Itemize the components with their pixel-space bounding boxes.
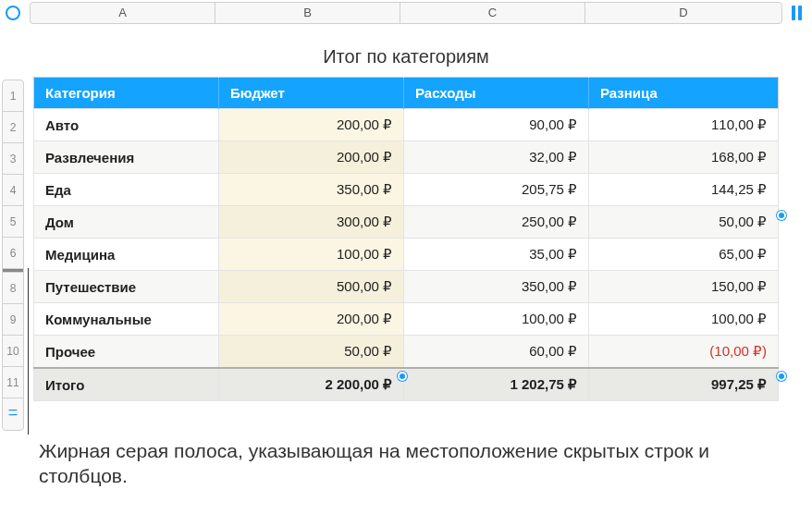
row-headers[interactable]: 1 2 3 4 5 6 8 9 10 11 = [2,80,24,431]
cell-diff[interactable]: (10,00 ₽) [589,336,779,369]
row-header[interactable]: 3 [3,143,23,175]
header-expense[interactable]: Расходы [404,78,589,109]
cell-expense[interactable]: 32,00 ₽ [404,141,589,174]
cell-category[interactable]: Медицина [34,239,219,271]
cell-category[interactable]: Развлечения [34,141,219,174]
cell-total-label[interactable]: Итого [34,368,219,401]
cell-budget[interactable]: 100,00 ₽ [219,239,404,271]
header-category[interactable]: Категория [34,78,219,109]
table-row[interactable]: Авто200,00 ₽90,00 ₽110,00 ₽ [34,109,779,141]
cell-expense[interactable]: 100,00 ₽ [404,303,589,336]
column-header-c[interactable]: C [400,3,585,23]
row-header[interactable]: 1 [3,80,23,112]
cell-category[interactable]: Прочее [34,336,219,369]
table-row[interactable]: Коммунальные200,00 ₽100,00 ₽100,00 ₽ [34,303,779,336]
table-row[interactable]: Прочее50,00 ₽60,00 ₽(10,00 ₽) [34,336,779,369]
table-row[interactable]: Еда350,00 ₽205,75 ₽144,25 ₽ [34,174,779,206]
cell-diff[interactable]: 65,00 ₽ [589,239,779,271]
selection-handle-icon[interactable] [777,372,786,381]
table-row[interactable]: Медицина100,00 ₽35,00 ₽65,00 ₽ [34,239,779,271]
cell-budget[interactable]: 350,00 ₽ [219,174,404,206]
cell-expense[interactable]: 60,00 ₽ [404,336,589,369]
cell-diff[interactable]: 50,00 ₽ [589,206,779,239]
cell-diff[interactable]: 150,00 ₽ [589,271,779,303]
table-row[interactable]: Дом300,00 ₽250,00 ₽50,00 ₽ [34,206,779,239]
cell-expense[interactable]: 250,00 ₽ [404,206,589,239]
selection-handle-icon[interactable] [398,372,407,381]
header-budget[interactable]: Бюджет [219,78,404,109]
pause-icon[interactable] [792,6,805,20]
column-headers[interactable]: A B C D [30,2,782,24]
cell-total-expense[interactable]: 1 202,75 ₽ [404,368,589,401]
header-diff[interactable]: Разница [589,78,779,109]
row-header[interactable]: 6 [3,238,23,269]
caption-text: Жирная серая полоса, указывающая на мест… [39,438,775,489]
cell-expense[interactable]: 350,00 ₽ [404,271,589,303]
callout-line [28,268,29,434]
row-header[interactable]: 11 [3,367,23,398]
selection-handle-icon[interactable] [777,211,786,220]
cell-category[interactable]: Дом [34,206,219,239]
cell-budget[interactable]: 200,00 ₽ [219,303,404,336]
table-title: Итог по категориям [33,33,779,77]
add-row-button[interactable]: = [3,398,23,430]
cell-budget[interactable]: 200,00 ₽ [219,141,404,174]
cell-budget[interactable]: 50,00 ₽ [219,336,404,369]
row-header[interactable]: 4 [3,175,23,206]
cell-budget[interactable]: 300,00 ₽ [219,206,404,239]
row-header[interactable]: 10 [3,336,23,367]
cell-total-diff[interactable]: 997,25 ₽ [589,368,779,401]
cell-category[interactable]: Путешествие [34,271,219,303]
cell-expense[interactable]: 35,00 ₽ [404,239,589,271]
cell-expense[interactable]: 90,00 ₽ [404,109,589,141]
row-header[interactable]: 2 [3,112,23,143]
budget-table[interactable]: Категория Бюджет Расходы Разница Авто200… [33,77,779,401]
column-header-b[interactable]: B [215,3,400,23]
table-corner-handle-icon[interactable] [6,6,20,20]
row-header[interactable]: 8 [3,273,23,304]
column-header-a[interactable]: A [31,3,215,23]
row-header[interactable]: 9 [3,304,23,336]
cell-diff[interactable]: 110,00 ₽ [589,109,779,141]
table-row[interactable]: Развлечения200,00 ₽32,00 ₽168,00 ₽ [34,141,779,174]
cell-budget[interactable]: 200,00 ₽ [219,109,404,141]
cell-diff[interactable]: 168,00 ₽ [589,141,779,174]
cell-budget[interactable]: 500,00 ₽ [219,271,404,303]
cell-total-budget[interactable]: 2 200,00 ₽ [219,368,404,401]
cell-diff[interactable]: 100,00 ₽ [589,303,779,336]
cell-diff[interactable]: 144,25 ₽ [589,174,779,206]
cell-category[interactable]: Еда [34,174,219,206]
table-row[interactable]: Путешествие500,00 ₽350,00 ₽150,00 ₽ [34,271,779,303]
cell-expense[interactable]: 205,75 ₽ [404,174,589,206]
row-header[interactable]: 5 [3,206,23,238]
cell-category[interactable]: Коммунальные [34,303,219,336]
column-header-d[interactable]: D [585,3,781,23]
cell-category[interactable]: Авто [34,109,219,141]
